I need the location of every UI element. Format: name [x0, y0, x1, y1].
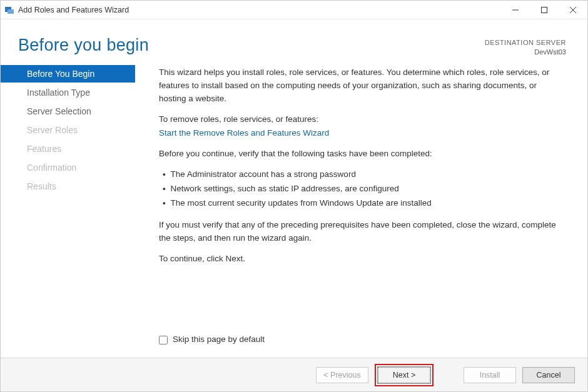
minimize-button[interactable] [501, 1, 530, 19]
next-highlight: Next > [375, 364, 433, 386]
sidebar: Before You Begin Installation Type Serve… [1, 63, 135, 355]
maximize-button[interactable] [530, 1, 559, 19]
page-heading: Before you begin [18, 36, 149, 55]
continue-text: To continue, click Next. [159, 253, 566, 266]
install-button: Install [464, 367, 516, 383]
footer: < Previous Next > Install Cancel [1, 358, 587, 391]
window-controls [501, 1, 587, 19]
prereq-item: The most current security updates from W… [163, 197, 566, 210]
step-before-you-begin[interactable]: Before You Begin [1, 65, 135, 83]
window-title: Add Roles and Features Wizard [18, 6, 129, 14]
step-features: Features [18, 140, 135, 158]
skip-checkbox[interactable] [159, 336, 168, 344]
next-button[interactable]: Next > [378, 367, 430, 383]
intro-text: This wizard helps you install roles, rol… [159, 66, 566, 106]
remove-prompt: To remove roles, role services, or featu… [159, 113, 566, 126]
step-server-selection[interactable]: Server Selection [18, 103, 135, 120]
remove-wizard-link[interactable]: Start the Remove Roles and Features Wiza… [159, 128, 329, 138]
cancel-button[interactable]: Cancel [522, 367, 575, 383]
svg-rect-1 [8, 9, 14, 14]
step-server-roles: Server Roles [18, 121, 135, 139]
content-panel: This wizard helps you install roles, rol… [135, 63, 587, 355]
verify-close: If you must verify that any of the prece… [159, 219, 566, 245]
skip-row: Skip this page by default [159, 328, 566, 355]
destination-name: DevWst03 [485, 48, 566, 57]
titlebar: Add Roles and Features Wizard [1, 1, 587, 19]
destination-block: DESTINATION SERVER DevWst03 [485, 38, 566, 58]
step-confirmation: Confirmation [18, 159, 135, 176]
skip-label: Skip this page by default [173, 333, 265, 346]
wizard-window: Add Roles and Features Wizard Before you… [0, 0, 588, 392]
prereq-item: Network settings, such as static IP addr… [163, 183, 566, 196]
close-button[interactable] [559, 1, 587, 19]
svg-rect-3 [542, 8, 547, 13]
verify-intro: Before you continue, verify that the fol… [159, 148, 566, 161]
previous-button: < Previous [316, 367, 368, 383]
prereq-list: The Administrator account has a strong p… [163, 168, 566, 211]
destination-label: DESTINATION SERVER [485, 38, 566, 48]
step-results: Results [18, 178, 135, 195]
body: Before You Begin Installation Type Serve… [1, 63, 587, 358]
step-installation-type[interactable]: Installation Type [18, 84, 135, 101]
header: Before you begin DESTINATION SERVER DevW… [1, 19, 587, 63]
prereq-item: The Administrator account has a strong p… [163, 168, 566, 181]
app-icon [4, 5, 14, 15]
